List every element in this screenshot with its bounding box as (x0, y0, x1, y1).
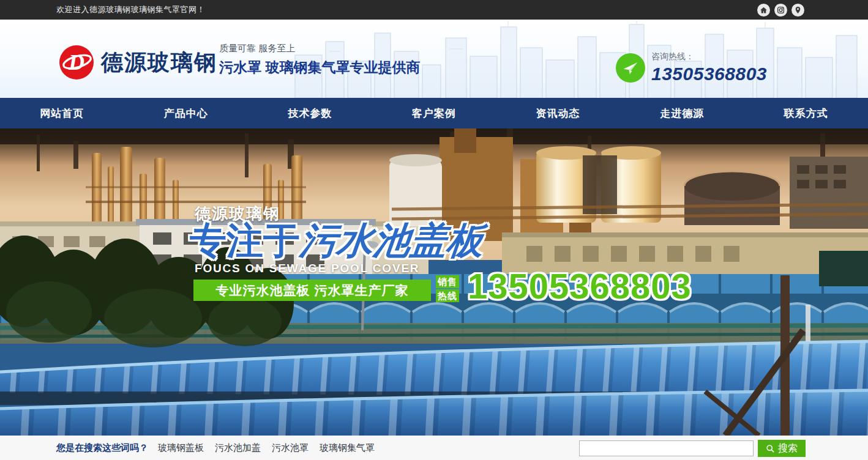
welcome-text: 欢迎进入德源玻璃钢玻璃钢集气罩官网！ (56, 4, 205, 15)
topbar: 欢迎进入德源玻璃钢玻璃钢集气罩官网！ (0, 0, 868, 20)
keyword-link-4[interactable]: 玻璃钢集气罩 (320, 442, 375, 454)
hero-banner: 德源玻璃钢 专注于污水池盖板 FOUCS ON SEWAGE POOL COVE… (0, 128, 868, 436)
svg-text:D: D (68, 50, 84, 75)
keyword-link-2[interactable]: 污水池加盖 (215, 442, 261, 454)
search-icon (766, 444, 775, 453)
hero-photo (0, 128, 868, 436)
hotline: 咨询热线： 13505368803 (616, 51, 767, 84)
main-nav: 网站首页 产品中心 技术参数 客户案例 资讯动态 走进德源 联系方式 (0, 98, 868, 128)
hot-keywords: 玻璃钢盖板 污水池加盖 污水池罩 玻璃钢集气罩 (158, 442, 375, 454)
search-button[interactable]: 搜索 (758, 440, 806, 457)
search-input[interactable] (579, 440, 754, 456)
slogan-line1: 质量可靠 服务至上 (219, 43, 420, 54)
sales-badge-line2: 热线 (436, 289, 459, 302)
hero-subheadline: FOUCS ON SEWAGE POOL COVER (195, 262, 419, 275)
instagram-icon[interactable] (774, 4, 787, 17)
hero-headline-prefix: 专注于 (190, 220, 300, 261)
search-button-label: 搜索 (778, 442, 798, 455)
sales-hotline-badge: 销售 热线 (436, 275, 459, 302)
nav-item-products[interactable]: 产品中心 (124, 98, 249, 128)
keyword-link-3[interactable]: 污水池罩 (272, 442, 309, 454)
search-lead-text: 您是在搜索这些词吗？ (56, 442, 148, 454)
header-slogans: 质量可靠 服务至上 污水罩 玻璃钢集气罩专业提供商 (219, 43, 420, 77)
paper-plane-icon (616, 53, 645, 83)
hero-headline: 专注于污水池盖板 (190, 217, 484, 266)
nav-item-specs[interactable]: 技术参数 (248, 98, 372, 128)
hero-headline-main: 污水池盖板 (297, 217, 487, 266)
nav-item-cases[interactable]: 客户案例 (372, 98, 496, 128)
logo-mark-icon: D (58, 44, 95, 81)
sales-badge-line1: 销售 (436, 275, 459, 288)
slogan-line2: 污水罩 玻璃钢集气罩专业提供商 (219, 58, 420, 77)
hero-banner-button[interactable]: 专业污水池盖板 污水罩生产厂家 (193, 280, 431, 301)
keyword-link-1[interactable]: 玻璃钢盖板 (158, 442, 204, 454)
site-header: D 德源玻璃钢 质量可靠 服务至上 污水罩 玻璃钢集气罩专业提供商 咨询热线： … (0, 20, 868, 98)
home-icon[interactable] (757, 4, 770, 17)
nav-item-home[interactable]: 网站首页 (0, 98, 124, 128)
hotline-number: 13505368803 (651, 64, 767, 84)
nav-item-news[interactable]: 资讯动态 (496, 98, 620, 128)
sales-phone-number: 13505368803 (468, 265, 692, 306)
location-icon[interactable] (791, 4, 804, 17)
social-links (757, 0, 804, 20)
search-strip: 您是在搜索这些词吗？ 玻璃钢盖板 污水池加盖 污水池罩 玻璃钢集气罩 搜索 (0, 436, 868, 460)
nav-item-about[interactable]: 走进德源 (620, 98, 744, 128)
hotline-label: 咨询热线： (651, 51, 767, 62)
nav-item-contact[interactable]: 联系方式 (744, 98, 868, 128)
logo[interactable]: D 德源玻璃钢 (58, 44, 217, 81)
logo-text: 德源玻璃钢 (101, 48, 217, 78)
